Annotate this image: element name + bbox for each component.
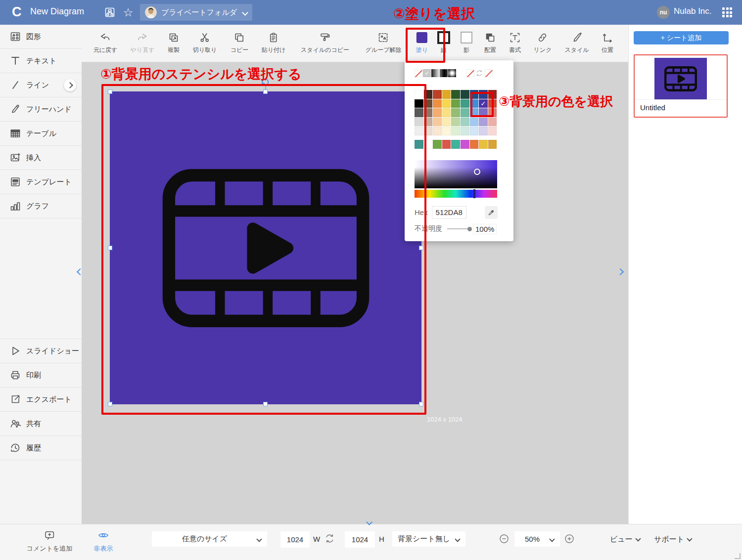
selection-handle[interactable] (108, 89, 112, 94)
toolbar-copy-style[interactable]: スタイルのコピー (301, 30, 349, 54)
toolbar-style[interactable]: スタイル (564, 30, 589, 54)
sidebar-item-text[interactable]: テキスト (0, 49, 82, 73)
selection-handle[interactable] (263, 89, 268, 94)
palette-swatch[interactable] (488, 99, 497, 108)
sheet-thumbnail-card[interactable]: Untitled (634, 54, 728, 118)
palette-swatch[interactable] (433, 90, 442, 99)
accent-swatch[interactable] (415, 140, 423, 149)
palette-swatch[interactable] (470, 118, 479, 127)
palette-swatch[interactable] (424, 99, 433, 108)
palette-swatch[interactable] (479, 90, 488, 99)
sidebar-item-share[interactable]: 共有 (0, 412, 82, 436)
toolbar-position[interactable]: 位置 (602, 30, 613, 54)
palette-swatch[interactable] (470, 90, 479, 99)
palette-swatch[interactable] (470, 108, 479, 117)
collapse-left-panel-icon[interactable] (78, 267, 83, 276)
background-sheet-select[interactable]: 背景シート無し (392, 531, 465, 547)
window-resize-handle[interactable] (735, 553, 741, 559)
rotate-handle-icon[interactable] (261, 78, 270, 89)
palette-swatch[interactable] (415, 118, 423, 127)
fill-radial-gradient-option[interactable] (448, 69, 456, 77)
fill-linear-gradient-option[interactable] (431, 69, 439, 77)
palette-swatch[interactable] (415, 90, 423, 99)
canvas-width-input[interactable] (280, 531, 310, 548)
accent-swatch[interactable] (433, 140, 442, 149)
palette-swatch[interactable] (433, 99, 442, 108)
line-expand-button[interactable] (64, 79, 76, 91)
expand-right-panel-icon[interactable] (618, 267, 623, 276)
palette-swatch[interactable] (479, 108, 488, 117)
hue-slider[interactable] (415, 190, 497, 198)
cacoo-logo-icon[interactable]: C (12, 4, 22, 20)
palette-swatch[interactable] (451, 127, 460, 135)
collapse-bottom-bar-icon[interactable] (367, 517, 371, 526)
canvas-size-preset-select[interactable]: 任意のサイズ (152, 531, 267, 547)
palette-swatch[interactable] (433, 127, 442, 135)
palette-swatch[interactable] (442, 108, 451, 117)
palette-swatch[interactable] (442, 127, 451, 135)
sidebar-item-print[interactable]: 印刷 (0, 363, 82, 388)
zoom-level-select[interactable]: 50% (514, 531, 560, 547)
palette-swatch[interactable] (424, 108, 433, 117)
palette-swatch[interactable] (470, 99, 479, 108)
sidebar-item-chart[interactable]: グラフ (0, 194, 82, 218)
diagram-list-icon[interactable] (103, 6, 116, 19)
accent-swatch[interactable] (479, 140, 488, 149)
palette-swatch[interactable] (424, 90, 433, 99)
toolbar-duplicate[interactable]: 複製 (168, 30, 180, 54)
canvas-height-input[interactable] (345, 531, 375, 548)
sidebar-item-template[interactable]: テンプレート (0, 170, 82, 194)
diagram-title[interactable]: New Diagram (30, 6, 84, 17)
palette-swatch[interactable] (470, 127, 479, 135)
toolbar-undo[interactable]: 元に戻す (93, 30, 118, 54)
toolbar-arrange[interactable]: 配置 (484, 30, 496, 54)
fill-solid-option[interactable]: ✓ (423, 69, 431, 77)
eyedropper-button[interactable] (485, 206, 498, 219)
sidebar-item-table[interactable]: テーブル (0, 122, 82, 146)
sidebar-item-shapes[interactable]: 図形 (0, 25, 82, 49)
hue-marker[interactable] (473, 189, 475, 198)
folder-selector[interactable]: プライベートフォルダ (140, 4, 252, 21)
toolbar-link[interactable]: リンク (534, 30, 552, 54)
palette-swatch[interactable] (415, 99, 423, 108)
palette-swatch[interactable] (461, 99, 469, 108)
selection-handle[interactable] (419, 402, 423, 406)
opacity-slider-thumb[interactable] (467, 227, 472, 231)
view-menu[interactable]: ビュー (610, 535, 640, 544)
selection-handle[interactable] (108, 246, 112, 250)
toolbar-cut[interactable]: 切り取り (193, 30, 217, 54)
toolbar-ungroup[interactable]: グループ解除 (366, 30, 402, 54)
fill-none-option[interactable] (415, 69, 422, 77)
sidebar-item-freehand[interactable]: フリーハンド (0, 97, 82, 122)
palette-swatch[interactable]: ✓ (479, 99, 488, 108)
palette-swatch[interactable] (442, 99, 451, 108)
toolbar-paste[interactable]: 貼り付け (262, 30, 286, 54)
toolbar-shadow[interactable]: 影 (461, 30, 472, 54)
sidebar-item-history[interactable]: 履歴 (0, 436, 82, 460)
palette-swatch[interactable] (488, 90, 497, 99)
palette-swatch[interactable] (415, 127, 423, 135)
palette-swatch[interactable] (479, 127, 488, 135)
sidebar-item-export[interactable]: エクスポート (0, 388, 82, 412)
toolbar-fill[interactable]: 塗り (416, 30, 428, 54)
add-comment-button[interactable]: コメントを追加 (27, 530, 73, 553)
palette-swatch[interactable] (442, 118, 451, 127)
accent-swatch[interactable] (442, 140, 451, 149)
support-menu[interactable]: サポート (654, 535, 692, 544)
toolbar-line-style[interactable]: 線 (437, 30, 450, 54)
hex-input[interactable] (432, 206, 466, 219)
apps-grid-icon[interactable] (722, 7, 732, 17)
palette-swatch[interactable] (433, 108, 442, 117)
toolbar-redo[interactable]: やり直す (131, 30, 155, 54)
palette-swatch[interactable] (442, 90, 451, 99)
accent-swatch[interactable] (461, 140, 469, 149)
palette-swatch[interactable] (488, 118, 497, 127)
palette-swatch[interactable] (461, 127, 469, 135)
accent-swatch[interactable] (488, 140, 497, 149)
palette-swatch[interactable] (424, 127, 433, 135)
selection-handle[interactable] (419, 246, 423, 250)
palette-swatch[interactable] (433, 118, 442, 127)
palette-swatch[interactable] (451, 118, 460, 127)
fill-dark-gradient-option[interactable] (440, 69, 448, 77)
opacity-slider[interactable] (447, 228, 470, 229)
